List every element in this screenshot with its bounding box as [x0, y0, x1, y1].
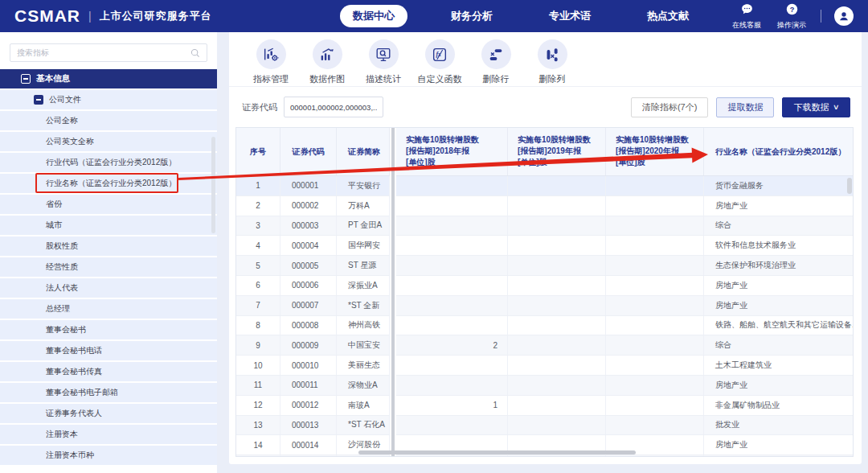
tool-label: 删除列 [539, 73, 566, 85]
table-cell: 2 [396, 335, 508, 355]
sidebar-item-label: 行业代码（证监会行业分类2012版） [46, 157, 176, 168]
frozen-column-scrollbar[interactable] [390, 128, 396, 456]
table-cell [396, 276, 508, 295]
main-nav: 数据中心财务分析专业术语热点文献 [340, 5, 702, 27]
table-cell [606, 316, 704, 335]
tool-delete-row[interactable]: 删除行 [472, 39, 520, 85]
table-cell [606, 176, 704, 195]
chevron-down-icon: ∨ [833, 103, 840, 111]
tool-indicator-manage[interactable]: 指标管理 [247, 39, 295, 85]
util-chat[interactable]: 在线客服 [732, 2, 761, 31]
nav-item-4[interactable]: 热点文献 [634, 5, 702, 27]
table-cell [606, 455, 704, 457]
tool-delete-column[interactable]: 删除列 [528, 39, 576, 85]
table-cell [606, 216, 704, 236]
util-question[interactable]: ?操作演示 [777, 2, 806, 31]
table-row: 13000013*ST 石化A批发业 [236, 416, 853, 436]
sidebar-item-label: 注册资本币种 [46, 450, 94, 461]
nav-item-3[interactable]: 专业术语 [536, 5, 604, 27]
tool-custom-function[interactable]: fx自定义函数 [416, 39, 464, 85]
sidebar-scrollbar[interactable] [211, 137, 215, 233]
sidebar-item-6[interactable]: 行业名称（证监会行业分类2012版） [0, 174, 217, 193]
table-cell: 中国宝安 [337, 335, 390, 355]
tool-label: 指标管理 [253, 73, 289, 85]
sidebar-item-2[interactable]: 公司文件 [0, 90, 217, 109]
table-row: 5000005ST 星源生态保护和环境治理业 [236, 256, 853, 276]
table-cell [396, 356, 508, 375]
table-cell: 万科A [337, 196, 390, 216]
table-cell: 10 [236, 356, 280, 375]
table-cell [396, 316, 508, 335]
table-cell: 7 [236, 296, 280, 315]
sidebar-item-13[interactable]: 董事会秘书 [0, 320, 217, 339]
sidebar-item-7[interactable]: 省份 [0, 195, 217, 214]
collapse-minus-icon[interactable] [34, 95, 43, 105]
table-cell: 000012 [280, 396, 337, 415]
sidebar-item-18[interactable]: 注册资本 [0, 425, 217, 444]
sidebar-item-9[interactable]: 股权性质 [0, 236, 217, 256]
table-cell [396, 416, 508, 435]
sidebar-item-10[interactable]: 经营性质 [0, 257, 217, 277]
sidebar-item-17[interactable]: 证券事务代表人 [0, 404, 217, 423]
sidebar-item-15[interactable]: 董事会秘书传真 [0, 362, 217, 381]
collapse-minus-icon[interactable] [21, 74, 31, 84]
indicator-manage-icon [256, 39, 286, 69]
sidebar-item-label: 经营性质 [46, 261, 78, 273]
table-row: 9000009中国宝安2综合 [236, 335, 853, 356]
table-cell [508, 236, 606, 255]
clear-indicators-button[interactable]: 清除指标(7个) [631, 97, 708, 117]
vertical-scrollbar[interactable] [847, 178, 852, 194]
data-toolbar: 指标管理数据作图描述统计fx自定义函数删除行删除列 [247, 39, 576, 85]
sidebar-item-12[interactable]: 总经理 [0, 299, 217, 319]
delete-row-icon [481, 39, 511, 69]
sidebar-item-8[interactable]: 城市 [0, 216, 217, 235]
column-header-1: 序号 [236, 128, 280, 175]
sidebar-item-1[interactable]: 基本信息 [0, 69, 217, 88]
sidebar-item-14[interactable]: 董事会秘书电话 [0, 341, 217, 360]
extract-data-button[interactable]: 提取数据 [716, 97, 774, 117]
descriptive-stats-icon [369, 39, 399, 69]
column-header-2: 证券代码 [280, 128, 337, 175]
logo-divider: | [88, 10, 92, 23]
nav-item-2[interactable]: 财务分析 [438, 5, 506, 27]
user-avatar[interactable] [834, 6, 854, 26]
nav-item-1[interactable]: 数据中心 [340, 5, 407, 27]
sidebar-item-3[interactable]: 公司全称 [0, 111, 217, 130]
svg-text:fx: fx [436, 51, 441, 58]
table-cell: 房地产业 [704, 276, 853, 295]
download-data-button[interactable]: 下载数据 ∨ [782, 97, 850, 117]
table-header: 序号证券代码证券简称实施每10股转增股数 [报告期]2018年报 [单位]股实施… [236, 128, 853, 176]
table-body: 1000001平安银行货币金融服务2000002万科A房地产业3000003PT… [236, 176, 853, 457]
data-table: 序号证券代码证券简称实施每10股转增股数 [报告期]2018年报 [单位]股实施… [235, 127, 854, 457]
tool-data-plot[interactable]: 数据作图 [303, 39, 351, 85]
sidebar-item-5[interactable]: 行业代码（证监会行业分类2012版） [0, 153, 217, 172]
table-cell [396, 296, 508, 315]
tool-descriptive-stats[interactable]: 描述统计 [359, 39, 407, 85]
tool-label: 数据作图 [309, 73, 345, 85]
sidebar-item-11[interactable]: 法人代表 [0, 278, 217, 298]
sidebar-item-16[interactable]: 董事会秘书电子邮箱 [0, 383, 217, 402]
table-cell [606, 236, 704, 255]
sidebar-item-4[interactable]: 公司英文全称 [0, 132, 217, 151]
table-cell: 000004 [280, 236, 337, 255]
table-cell: PT 金田A [337, 216, 390, 236]
svg-text:?: ? [789, 6, 794, 14]
table-cell [396, 176, 508, 195]
search-input[interactable] [17, 48, 190, 57]
table-cell: 房地产业 [704, 196, 853, 216]
table-cell: 深物业A [337, 376, 390, 395]
horizontal-scrollbar[interactable] [358, 450, 636, 454]
table-cell: 12 [236, 396, 280, 415]
table-cell: 综合 [704, 216, 853, 236]
table-cell: 000006 [280, 276, 337, 295]
table-row: 8000008神州高铁铁路、船舶、航空航天和其它运输设备... [236, 316, 853, 336]
table-cell [606, 396, 704, 415]
sidebar-item-label: 董事会秘书电子邮箱 [46, 387, 118, 398]
table-cell [396, 196, 508, 216]
column-header-4: 实施每10股转增股数 [报告期]2018年报 [单位]股 [396, 128, 508, 175]
sidebar-item-19[interactable]: 注册资本币种 [0, 446, 217, 465]
sidebar-item-label: 法人代表 [46, 282, 78, 294]
indicator-sidebar: 基本信息公司文件公司全称公司英文全称行业代码（证监会行业分类2012版）行业名称… [0, 32, 217, 473]
security-code-input[interactable] [284, 97, 383, 117]
table-cell [396, 256, 508, 275]
